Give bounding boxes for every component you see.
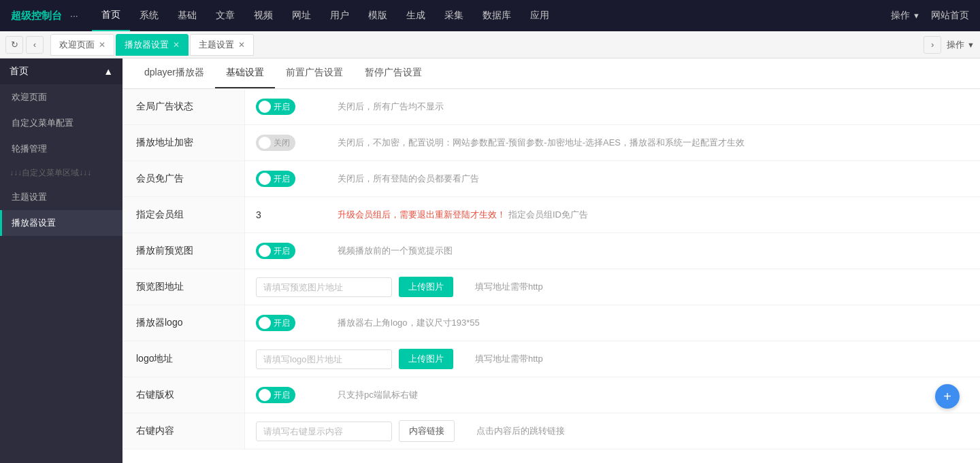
toggle-right-click[interactable]: 开启: [256, 387, 295, 403]
sidebar-item-player[interactable]: 播放器设置: [0, 210, 122, 236]
setting-control-global-ad: 开启: [245, 92, 327, 122]
setting-row-right-click: 右键版权 开启 只支持pc端鼠标右键: [122, 377, 980, 413]
setting-control-right-content: 内容链接: [245, 413, 466, 449]
toggle-text-logo: 开启: [274, 318, 290, 329]
setting-desc-vip-ad: 关闭后，所有登陆的会员都要看广告: [327, 166, 980, 192]
setting-label-preview: 播放前预览图: [122, 233, 245, 269]
sub-tabs: dplayer播放器 基础设置 前置广告设置 暂停广告设置: [122, 58, 980, 89]
setting-control-vip-ad: 开启: [245, 164, 327, 194]
sidebar-divider: ↓↓↓自定义菜单区域↓↓↓: [0, 162, 122, 184]
toggle-text-preview: 开启: [274, 245, 290, 257]
sidebar-item-custom-menu[interactable]: 自定义菜单配置: [0, 110, 122, 136]
tab-welcome-close-icon[interactable]: ✕: [99, 40, 105, 50]
nav-item-generate[interactable]: 生成: [397, 0, 435, 31]
setting-desc-logo-url: 填写地址需带http: [464, 346, 980, 372]
setting-row-vip-group: 指定会员组 3 升级会员组后，需要退出重新登陆才生效！ 指定会员组ID免广告: [122, 197, 980, 233]
setting-desc-logo: 播放器右上角logo，建议尺寸193*55: [327, 310, 980, 336]
nav-right-actions: 操作 ▼ 网站首页: [891, 10, 969, 22]
toggle-circle-logo: [259, 317, 271, 329]
sidebar: 首页 ▲ 欢迎页面 自定义菜单配置 轮播管理 ↓↓↓自定义菜单区域↓↓↓ 主题设…: [0, 58, 122, 463]
right-content-input[interactable]: [256, 422, 392, 441]
setting-label-global-ad: 全局广告状态: [122, 89, 245, 124]
sub-tab-basic[interactable]: 基础设置: [215, 58, 275, 88]
setting-label-logo: 播放器logo: [122, 305, 245, 341]
setting-row-preview-url: 预览图地址 上传图片 填写地址需带http: [122, 269, 980, 305]
toggle-circle-right-click: [259, 389, 271, 401]
nav-site-home[interactable]: 网站首页: [931, 10, 969, 22]
toggle-text-encrypt: 关闭: [274, 137, 290, 149]
setting-desc-preview-url: 填写地址需带http: [464, 274, 980, 300]
setting-row-encrypt: 播放地址加密 关闭 关闭后，不加密，配置说明：网站参数配置-预留参数-加密地址-…: [122, 125, 980, 161]
tab-player-settings[interactable]: 播放器设置 ✕: [116, 34, 189, 56]
nav-item-app[interactable]: 应用: [521, 0, 559, 31]
tab-forward-button[interactable]: ›: [924, 36, 941, 54]
preview-upload-button[interactable]: 上传图片: [399, 277, 453, 297]
setting-row-preview: 播放前预览图 开启 视频播放前的一个预览提示图: [122, 233, 980, 269]
toggle-preview[interactable]: 开启: [256, 243, 295, 259]
top-nav: 超级控制台 ··· 首页 系统 基础 文章 视频 网址 用户 模版 生成 采集 …: [0, 0, 980, 31]
brand-title: 超级控制台: [11, 10, 62, 22]
toggle-circle-vip-ad: [259, 173, 271, 185]
setting-control-preview: 开启: [245, 236, 327, 266]
nav-item-article[interactable]: 文章: [206, 0, 244, 31]
sidebar-item-theme[interactable]: 主题设置: [0, 184, 122, 210]
nav-item-url[interactable]: 网址: [282, 0, 321, 31]
logo-upload-button[interactable]: 上传图片: [399, 349, 453, 369]
sub-tab-dplayer[interactable]: dplayer播放器: [133, 58, 215, 88]
content-link-button[interactable]: 内容链接: [399, 420, 455, 442]
toggle-text-global-ad: 开启: [274, 101, 290, 113]
setting-label-right-content: 右键内容: [122, 413, 245, 449]
nav-item-user[interactable]: 用户: [321, 0, 359, 31]
sub-tab-pre-ad[interactable]: 前置广告设置: [275, 58, 354, 88]
setting-label-preview-url: 预览图地址: [122, 269, 245, 305]
toggle-text-vip-ad: 开启: [274, 173, 290, 185]
nav-item-basic[interactable]: 基础: [168, 0, 206, 31]
toggle-text-right-click: 开启: [274, 390, 290, 401]
float-action-button[interactable]: +: [935, 384, 960, 409]
toggle-encrypt[interactable]: 关闭: [256, 135, 295, 151]
tab-refresh-button[interactable]: ↻: [5, 36, 23, 54]
nav-item-database[interactable]: 数据库: [473, 0, 521, 31]
toggle-circle-global-ad: [259, 101, 271, 113]
tab-bar: ↻ ‹ 欢迎页面 ✕ 播放器设置 ✕ 主题设置 ✕ › 操作 ▼: [0, 31, 980, 58]
toggle-circle-encrypt: [259, 137, 271, 149]
sidebar-item-welcome[interactable]: 欢迎页面: [0, 84, 122, 110]
nav-ops-button[interactable]: 操作 ▼: [891, 10, 920, 22]
main-layout: 首页 ▲ 欢迎页面 自定义菜单配置 轮播管理 ↓↓↓自定义菜单区域↓↓↓ 主题设…: [0, 58, 980, 463]
setting-desc-preview: 视频播放前的一个预览提示图: [327, 238, 980, 264]
vip-group-value: 3: [256, 209, 261, 220]
toggle-global-ad[interactable]: 开启: [256, 99, 295, 115]
tab-chevron-down-icon: ▼: [967, 41, 975, 49]
sub-tab-pause-ad[interactable]: 暂停广告设置: [354, 58, 433, 88]
setting-row-logo-url: logo地址 上传图片 填写地址需带http: [122, 341, 980, 377]
setting-control-right-click: 开启: [245, 380, 327, 410]
toggle-vip-ad[interactable]: 开启: [256, 171, 295, 187]
tab-player-close-icon[interactable]: ✕: [173, 40, 180, 50]
toggle-logo[interactable]: 开启: [256, 315, 295, 331]
setting-control-logo: 开启: [245, 308, 327, 338]
nav-item-system[interactable]: 系统: [130, 0, 168, 31]
nav-item-home[interactable]: 首页: [92, 0, 130, 31]
tab-theme-settings[interactable]: 主题设置 ✕: [190, 34, 254, 56]
tab-theme-close-icon[interactable]: ✕: [238, 40, 245, 50]
nav-item-collect[interactable]: 采集: [435, 0, 473, 31]
tab-back-button[interactable]: ‹: [26, 36, 44, 54]
sidebar-item-carousel[interactable]: 轮播管理: [0, 136, 122, 162]
tab-welcome[interactable]: 欢迎页面 ✕: [50, 34, 114, 56]
nav-items: 首页 系统 基础 文章 视频 网址 用户 模版 生成 采集 数据库 应用: [92, 0, 891, 31]
logo-url-input[interactable]: [256, 349, 392, 369]
sidebar-collapse-icon[interactable]: ▲: [103, 66, 113, 77]
settings-area: 全局广告状态 开启 关闭后，所有广告均不显示 播放地址加密 关闭: [122, 89, 980, 449]
nav-dots[interactable]: ···: [70, 10, 78, 21]
setting-control-vip-group: 3: [245, 203, 327, 227]
nav-item-template[interactable]: 模版: [359, 0, 397, 31]
setting-row-global-ad: 全局广告状态 开启 关闭后，所有广告均不显示: [122, 89, 980, 125]
setting-control-preview-url: 上传图片: [245, 270, 464, 304]
preview-url-input[interactable]: [256, 277, 392, 297]
setting-row-right-content: 右键内容 内容链接 点击内容后的跳转链接: [122, 413, 980, 449]
tab-ops-button[interactable]: 操作 ▼: [947, 39, 975, 51]
setting-desc-encrypt: 关闭后，不加密，配置说明：网站参数配置-预留参数-加密地址-选择AES，播放器和…: [327, 130, 980, 156]
setting-label-encrypt: 播放地址加密: [122, 125, 245, 160]
nav-item-video[interactable]: 视频: [244, 0, 282, 31]
setting-label-right-click: 右键版权: [122, 377, 245, 413]
